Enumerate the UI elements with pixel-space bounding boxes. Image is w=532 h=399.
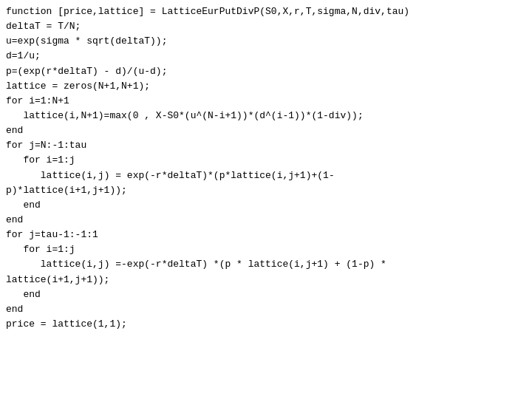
line-9: end — [6, 125, 23, 136]
line-12b: p)*lattice(i+1,j+1)); — [6, 185, 127, 196]
line-8: lattice(i,N+1)=max(0 , X-S0*(u^(N-i+1))*… — [6, 110, 364, 121]
line-1: function [price,lattice] = LatticeEurPut… — [6, 6, 409, 17]
line-16: for i=1:j — [6, 244, 75, 255]
line-15: for j=tau-1:-1:1 — [6, 229, 98, 240]
line-3: u=exp(sigma * sqrt(deltaT)); — [6, 35, 167, 47]
code-container: function [price,lattice] = LatticeEurPut… — [0, 0, 532, 399]
line-4: d=1/u; — [6, 50, 41, 61]
line-13: end — [6, 200, 41, 211]
line-20: price = lattice(1,1); — [6, 318, 127, 330]
line-18: end — [6, 289, 41, 300]
line-2: deltaT = T/N; — [6, 21, 81, 32]
line-19: end — [6, 304, 23, 315]
line-7: for i=1:N+1 — [6, 95, 69, 106]
line-11: for i=1:j — [6, 154, 75, 166]
line-14: end — [6, 214, 23, 225]
line-5: p=(exp(r*deltaT) - d)/(u-d); — [6, 66, 167, 77]
line-6: lattice = zeros(N+1,N+1); — [6, 81, 150, 92]
line-17: lattice(i,j) =-exp(-r*deltaT) *(p * latt… — [6, 259, 386, 270]
code-block: function [price,lattice] = LatticeEurPut… — [6, 4, 526, 332]
line-12: lattice(i,j) = exp(-r*deltaT)*(p*lattice… — [6, 170, 335, 181]
line-17b: lattice(i+1,j+1)); — [6, 274, 109, 285]
line-10: for j=N:-1:tau — [6, 140, 86, 151]
